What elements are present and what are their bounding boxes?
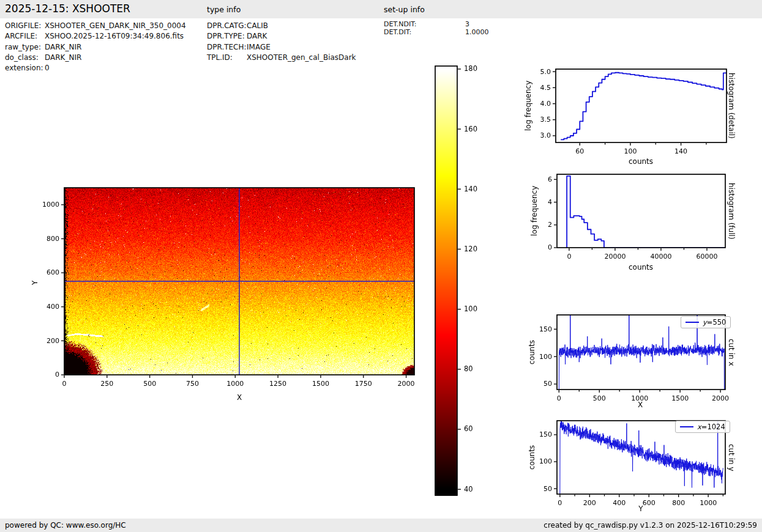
main-x-axis-label: X (209, 393, 270, 402)
histf-side-label: histogram (full) (727, 174, 736, 248)
type-info-column: DPR.CATG:CALIB DPR.TYPE:DARK DPR.TECH:IM… (207, 21, 356, 63)
meta-row-dprtech: DPR.TECH:IMAGE (207, 42, 356, 53)
meta-label: DPR.TYPE: (207, 31, 247, 42)
colorbar (428, 61, 502, 498)
histogram-full-plot (514, 166, 762, 273)
legend-line-icon (685, 322, 699, 323)
cutx-legend: y=550 (681, 316, 731, 328)
meta-value: CALIB (247, 21, 268, 31)
cutx-y-axis-label: counts (528, 314, 536, 390)
setup-info-heading: set-up info (384, 5, 425, 14)
meta-label: DPR.TECH: (207, 42, 247, 53)
footer-left-text: powered by QC: www.eso.org/HC (5, 519, 126, 532)
meta-row-dprcatg: DPR.CATG:CALIB (207, 21, 356, 31)
page-title: 2025-12-15: XSHOOTER (5, 2, 130, 15)
histf-x-axis-label: counts (610, 263, 671, 272)
meta-value: 3 (465, 20, 469, 28)
histogram-detail-plot (514, 61, 762, 168)
setup-info-column: DET.NDIT:3 DET.DIT:1.0000 (384, 20, 489, 36)
meta-label: extension: (5, 63, 45, 73)
meta-label: DPR.CATG: (207, 21, 247, 31)
qc-report-page: { "header": { "title": "2025-12-15: XSHO… (0, 0, 762, 532)
meta-value: DARK (247, 31, 267, 42)
main-y-axis-label: Y (31, 269, 39, 297)
histf-y-axis-label: log frequency (530, 174, 539, 248)
cuty-y-axis-label: counts (528, 419, 536, 495)
meta-row-extension: extension:0 (5, 63, 186, 73)
meta-row-dprtype: DPR.TYPE:DARK (207, 31, 356, 42)
cutx-legend-label: y=550 (703, 318, 726, 327)
meta-row-rawtype: raw_type:DARK_NIR (5, 42, 186, 53)
meta-value: XSHOO.2025-12-16T09:34:49.806.fits (45, 31, 184, 42)
meta-label: ARCFILE: (5, 31, 45, 42)
legend-line-icon (680, 426, 693, 427)
cuty-legend: x=1024 (675, 421, 730, 433)
meta-value: 1.0000 (465, 28, 489, 36)
meta-row-ndit: DET.NDIT:3 (384, 20, 489, 28)
meta-label: DET.DIT: (384, 28, 465, 36)
histd-side-label: histogram (detail) (727, 68, 736, 143)
meta-row-dit: DET.DIT:1.0000 (384, 28, 489, 36)
cuty-legend-label: x=1024 (697, 423, 725, 431)
type-info-heading: type info (207, 5, 241, 14)
meta-row-doclass: do_class:DARK_NIR (5, 53, 186, 63)
footer-bar: powered by QC: www.eso.org/HC created by… (0, 519, 762, 532)
meta-value: DARK_NIR (45, 42, 81, 53)
meta-label: raw_type: (5, 42, 45, 53)
file-info-column: ORIGFILE:XSHOOTER_GEN_DARK_NIR_350_0004 … (5, 21, 186, 73)
footer-right-text: created by qc_rawdisp.py v1.2.3 on 2025-… (543, 519, 757, 532)
histd-x-axis-label: counts (610, 157, 671, 166)
meta-value: 0 (45, 63, 50, 73)
meta-value: XSHOOTER_GEN_DARK_NIR_350_0004 (45, 21, 186, 31)
meta-value: IMAGE (247, 42, 271, 53)
meta-label: ORIGFILE: (5, 21, 45, 31)
meta-label: TPL.ID: (207, 53, 247, 63)
meta-value: DARK_NIR (45, 53, 81, 63)
histd-y-axis-label: log frequency (524, 68, 532, 143)
meta-value: XSHOOTER_gen_cal_BiasDark (247, 53, 356, 63)
meta-row-tplid: TPL.ID:XSHOOTER_gen_cal_BiasDark (207, 53, 356, 63)
meta-row-origfile: ORIGFILE:XSHOOTER_GEN_DARK_NIR_350_0004 (5, 21, 186, 31)
cuty-x-axis-label: Y (610, 504, 671, 513)
meta-label: do_class: (5, 53, 45, 63)
meta-label: DET.NDIT: (384, 20, 465, 28)
cutx-x-axis-label: X (610, 401, 671, 409)
meta-row-arcfile: ARCFILE:XSHOO.2025-12-16T09:34:49.806.fi… (5, 31, 186, 42)
detector-image-plot (24, 171, 428, 410)
